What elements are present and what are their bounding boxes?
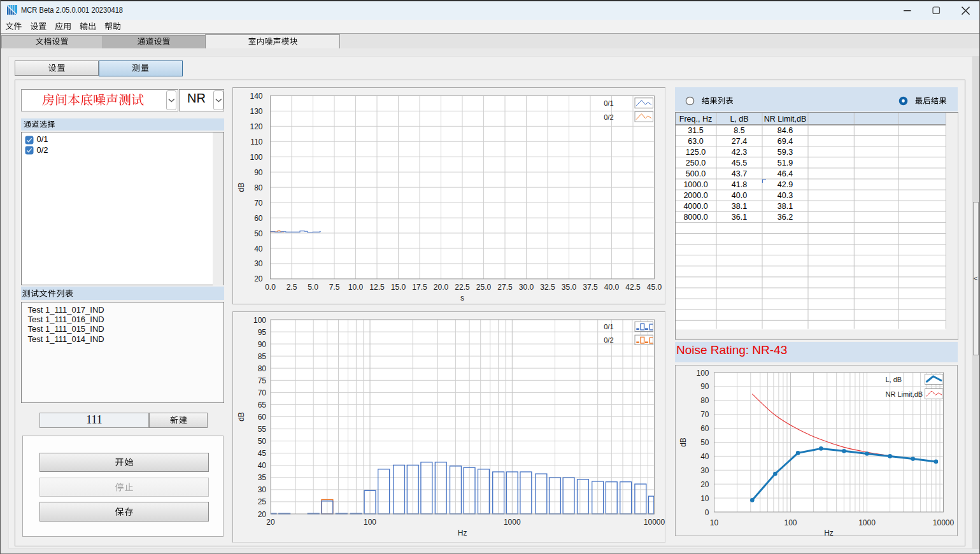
svg-text:12.5: 12.5 [369, 282, 385, 291]
svg-text:70: 70 [254, 198, 263, 207]
svg-text:31.5: 31.5 [688, 126, 703, 135]
svg-text:10000: 10000 [932, 518, 954, 527]
svg-text:30: 30 [257, 485, 266, 494]
svg-text:65: 65 [257, 400, 266, 409]
svg-text:70: 70 [700, 410, 709, 419]
svg-text:36.2: 36.2 [777, 213, 792, 222]
svg-text:85: 85 [257, 352, 266, 360]
svg-text:NR Limit,dB: NR Limit,dB [763, 115, 806, 124]
svg-text:37.5: 37.5 [583, 282, 598, 291]
svg-text:10000: 10000 [643, 518, 665, 527]
svg-text:30.0: 30.0 [518, 282, 534, 291]
svg-text:90: 90 [700, 382, 709, 391]
svg-text:95: 95 [257, 327, 266, 336]
svg-text:84.6: 84.6 [777, 126, 792, 135]
svg-text:35: 35 [257, 473, 266, 482]
svg-text:L, dB: L, dB [885, 376, 902, 383]
svg-text:0/1: 0/1 [604, 99, 613, 107]
svg-text:22.5: 22.5 [455, 282, 470, 291]
svg-text:Hz: Hz [457, 529, 467, 537]
svg-text:40.3: 40.3 [777, 191, 792, 200]
svg-text:50: 50 [254, 229, 263, 238]
svg-text:36.1: 36.1 [731, 213, 746, 222]
svg-text:10: 10 [709, 518, 718, 527]
svg-text:110: 110 [250, 137, 262, 146]
svg-text:25: 25 [257, 497, 266, 506]
svg-text:0/1: 0/1 [604, 323, 613, 330]
svg-text:1000.0: 1000.0 [683, 180, 707, 189]
svg-text:35.0: 35.0 [561, 282, 576, 291]
svg-text:0/2: 0/2 [604, 336, 613, 344]
svg-text:59.3: 59.3 [777, 148, 792, 157]
svg-text:27.4: 27.4 [731, 137, 746, 146]
svg-text:140: 140 [250, 91, 262, 100]
svg-text:60: 60 [257, 413, 266, 422]
svg-text:4000.0: 4000.0 [683, 202, 707, 211]
svg-text:63.0: 63.0 [688, 137, 703, 146]
svg-text:1000: 1000 [858, 518, 876, 527]
svg-text:40: 40 [700, 451, 709, 460]
svg-text:60: 60 [254, 213, 263, 222]
svg-text:42.5: 42.5 [625, 282, 641, 291]
svg-text:40: 40 [257, 461, 266, 470]
svg-text:50: 50 [257, 437, 266, 446]
svg-text:30: 30 [254, 259, 263, 268]
svg-text:40.0: 40.0 [604, 282, 619, 291]
svg-text:38.1: 38.1 [731, 202, 746, 211]
svg-text:15.0: 15.0 [390, 282, 406, 291]
svg-text:10: 10 [700, 494, 709, 502]
svg-text:NR Limit,dB: NR Limit,dB [885, 390, 923, 397]
svg-text:42.9: 42.9 [777, 180, 792, 189]
svg-text:Hz: Hz [824, 529, 834, 536]
svg-text:17.5: 17.5 [412, 282, 427, 291]
svg-text:40.0: 40.0 [731, 191, 746, 200]
svg-text:80: 80 [257, 364, 266, 373]
svg-text:45.0: 45.0 [646, 282, 662, 291]
svg-text:80: 80 [254, 183, 263, 192]
svg-text:100: 100 [696, 368, 709, 377]
svg-text:70: 70 [257, 388, 266, 397]
svg-text:75: 75 [257, 376, 266, 385]
svg-text:10.0: 10.0 [348, 282, 363, 291]
svg-text:L, dB: L, dB [730, 115, 748, 124]
svg-text:0: 0 [704, 508, 709, 516]
svg-text:69.4: 69.4 [777, 137, 792, 146]
svg-text:0/2: 0/2 [604, 113, 613, 120]
svg-text:s: s [460, 293, 464, 302]
svg-text:100: 100 [250, 152, 262, 161]
svg-text:1000: 1000 [503, 518, 520, 527]
svg-text:Freq., Hz: Freq., Hz [679, 115, 711, 124]
svg-text:100: 100 [784, 518, 797, 527]
svg-text:2000.0: 2000.0 [683, 191, 707, 200]
svg-text:20.0: 20.0 [433, 282, 448, 291]
svg-text:250.0: 250.0 [685, 159, 705, 167]
svg-text:50: 50 [700, 438, 709, 447]
svg-text:46.4: 46.4 [777, 169, 792, 178]
svg-text:45: 45 [257, 449, 266, 458]
svg-text:dB: dB [237, 412, 246, 422]
svg-text:20: 20 [254, 274, 263, 283]
svg-text:500.0: 500.0 [685, 169, 705, 178]
svg-text:20: 20 [257, 509, 266, 518]
svg-text:100: 100 [253, 315, 266, 324]
svg-text:30: 30 [700, 465, 709, 474]
svg-text:8.5: 8.5 [734, 126, 744, 135]
svg-text:60: 60 [700, 424, 709, 433]
svg-text:40: 40 [254, 244, 263, 253]
svg-text:0.0: 0.0 [265, 282, 276, 291]
svg-text:45.5: 45.5 [731, 159, 746, 167]
svg-text:80: 80 [700, 396, 709, 405]
svg-text:100: 100 [363, 518, 376, 527]
svg-text:41.8: 41.8 [731, 180, 746, 189]
svg-text:38.1: 38.1 [777, 202, 792, 211]
svg-text:32.5: 32.5 [540, 282, 555, 291]
svg-text:27.5: 27.5 [497, 282, 513, 291]
svg-text:20: 20 [266, 518, 275, 527]
svg-text:dB: dB [237, 182, 246, 192]
svg-text:20: 20 [700, 479, 709, 488]
svg-text:5.0: 5.0 [308, 282, 318, 291]
svg-text:25.0: 25.0 [476, 282, 491, 291]
svg-text:120: 120 [250, 122, 262, 131]
svg-text:7.5: 7.5 [329, 282, 339, 291]
svg-text:42.3: 42.3 [731, 148, 746, 157]
